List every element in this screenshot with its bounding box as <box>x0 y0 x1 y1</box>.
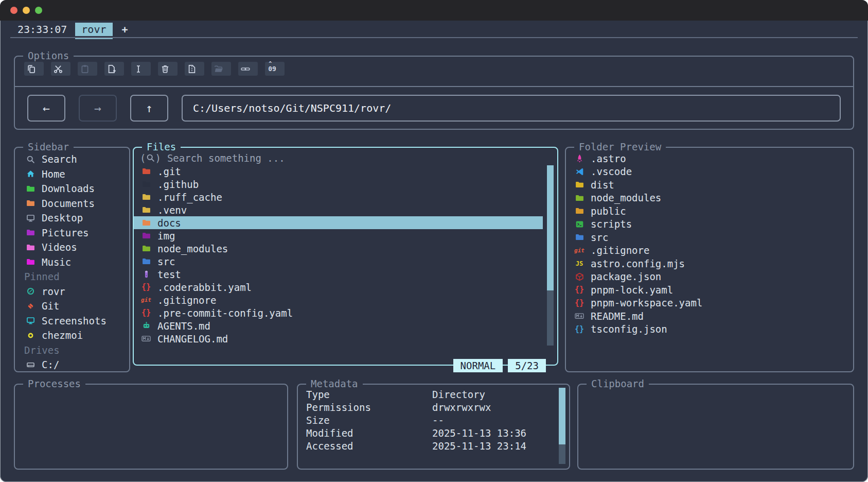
hard-drive-icon <box>24 360 37 369</box>
metadata-scrollbar[interactable] <box>559 388 565 464</box>
astro-rocket-icon <box>573 154 586 163</box>
files-scrollbar-track[interactable] <box>547 290 554 346</box>
file-row-node-modules[interactable]: node_modules <box>134 242 557 255</box>
sort-numeric-button[interactable]: ^09 <box>265 62 285 76</box>
minimize-window-button[interactable] <box>23 7 30 14</box>
sidebar-item-rovr[interactable]: rovr <box>15 284 129 299</box>
zip-file-icon <box>186 64 198 74</box>
file-row-src[interactable]: src <box>134 255 557 268</box>
file-row-changelog-md[interactable]: CHANGELOG.md <box>134 332 557 345</box>
file-row-docs[interactable]: docs <box>134 216 543 229</box>
close-window-button[interactable] <box>10 7 17 14</box>
file-row-img[interactable]: img <box>134 229 557 242</box>
preview-row-astro-config-mjs[interactable]: JSastro.config.mjs <box>566 257 853 270</box>
sidebar-item-chezmoi[interactable]: chezmoi <box>15 328 129 343</box>
new-tab-button[interactable]: + <box>122 23 128 36</box>
maximize-window-button[interactable] <box>35 7 42 14</box>
files-search-input[interactable]: ( ) Search something ... <box>134 151 557 165</box>
file-row-gitignore[interactable]: git.gitignore <box>134 294 557 306</box>
sidebar-item-desktop[interactable]: Desktop <box>15 211 129 226</box>
preview-row-vscode[interactable]: .vscode <box>566 165 853 179</box>
preview-file-name: tsconfig.json <box>591 323 667 335</box>
preview-row-pnpm-workspace-yaml[interactable]: {}pnpm-workspace.yaml <box>566 297 853 310</box>
open-folder-button[interactable] <box>211 62 231 76</box>
metadata-row-permissions: Permissionsdrwxrwxrwx <box>298 401 569 414</box>
file-row-ruff-cache[interactable]: .ruff_cache <box>134 191 557 203</box>
preview-row-package-json[interactable]: package.json <box>566 270 853 284</box>
files-scrollbar-thumb[interactable] <box>547 165 554 290</box>
ring-icon <box>24 331 37 340</box>
folder-icon <box>573 233 586 241</box>
folder-icon <box>140 167 152 175</box>
sidebar-panel-title: Sidebar <box>23 141 74 153</box>
archive-button[interactable] <box>185 62 204 76</box>
folder-preview-title: Folder Preview <box>574 141 666 153</box>
metadata-row-accessed: Accessed2025-11-13 23:14 <box>298 439 569 452</box>
metadata-label: Type <box>306 389 432 400</box>
sidebar-item-documents[interactable]: Documents <box>15 196 129 211</box>
preview-row-src[interactable]: src <box>566 231 853 244</box>
sidebar-item-label: Downloads <box>42 183 95 194</box>
sidebar-item-music[interactable]: Music <box>15 255 129 270</box>
preview-row-gitignore[interactable]: git.gitignore <box>566 244 853 257</box>
sidebar-item-videos[interactable]: Videos <box>15 240 129 255</box>
sidebar-item-label: C:/ <box>42 359 59 370</box>
preview-row-astro[interactable]: .astro <box>566 152 853 165</box>
scissors-icon <box>52 64 64 74</box>
file-row-venv[interactable]: .venv <box>134 203 557 216</box>
delete-button[interactable] <box>158 62 178 76</box>
back-button[interactable]: ← <box>27 95 65 122</box>
file-name: .github <box>157 179 199 190</box>
robot-icon <box>140 321 152 330</box>
sidebar-item-pictures[interactable]: Pictures <box>15 226 129 240</box>
sidebar-item-downloads[interactable]: Downloads <box>15 181 129 196</box>
paste-button[interactable] <box>78 62 97 76</box>
file-name: test <box>157 269 181 280</box>
files-scrollbar[interactable] <box>547 165 554 346</box>
status-badges: NORMAL 5/23 <box>453 359 546 372</box>
braces-icon: {} <box>140 283 152 291</box>
file-name: img <box>157 230 175 242</box>
preview-file-name: node_modules <box>591 192 661 203</box>
file-row-test[interactable]: test <box>134 268 557 281</box>
file-row-git[interactable]: .git <box>134 165 557 178</box>
cut-button[interactable] <box>51 62 70 76</box>
metadata-scrollbar-thumb[interactable] <box>559 388 565 444</box>
sidebar-item-screenshots[interactable]: Screenshots <box>15 314 129 329</box>
path-input[interactable]: C:/Users/notso/Git/NSPC911/rovr/ <box>182 95 841 122</box>
metadata-panel-title: Metadata <box>306 377 363 390</box>
sidebar-item-git[interactable]: Git <box>15 299 129 314</box>
preview-row-pnpm-lock-yaml[interactable]: {}pnpm-lock.yaml <box>566 283 853 297</box>
sidebar-item-search[interactable]: Search <box>15 152 129 167</box>
forward-button[interactable]: → <box>79 95 117 122</box>
up-button[interactable]: ↑ <box>130 95 168 122</box>
preview-row-readme-md[interactable]: README.md <box>566 309 853 323</box>
sidebar-item-home[interactable]: Home <box>15 167 129 182</box>
copy-button[interactable] <box>24 62 44 76</box>
file-row-pre-commit-config-yaml[interactable]: {}.pre-commit-config.yaml <box>134 306 557 319</box>
folder-icon <box>140 257 152 265</box>
preview-row-scripts[interactable]: scripts <box>566 218 853 231</box>
braces-icon: {} <box>573 299 586 307</box>
rename-button[interactable] <box>131 62 151 76</box>
file-row-agents-md[interactable]: AGENTS.md <box>134 319 557 332</box>
file-row-coderabbit-yaml[interactable]: {}.coderabbit.yaml <box>134 281 557 294</box>
link-button[interactable] <box>238 62 258 76</box>
preview-row-node-modules[interactable]: node_modules <box>566 192 853 205</box>
sidebar-item-c[interactable]: C:/ <box>15 357 129 372</box>
new-file-button[interactable] <box>104 62 124 76</box>
metadata-label: Permissions <box>306 402 432 413</box>
options-panel: Options ^09 ← → ↑ C:/Users/notso/Git/NSP… <box>14 56 854 130</box>
preview-file-name: .vscode <box>591 166 632 177</box>
preview-file-name: src <box>591 232 608 243</box>
preview-row-dist[interactable]: dist <box>566 178 853 192</box>
metadata-scrollbar-track[interactable] <box>559 444 565 464</box>
preview-row-public[interactable]: public <box>566 204 853 218</box>
processes-panel: Processes <box>14 384 288 470</box>
tab-rovr[interactable]: rovr <box>75 23 112 36</box>
preview-row-tsconfig-json[interactable]: {}tsconfig.json <box>566 323 853 336</box>
preview-file-name: public <box>591 205 626 217</box>
sidebar-panel: Sidebar SearchHomeDownloadsDocumentsDesk… <box>14 147 130 372</box>
copy-icon <box>25 64 38 74</box>
file-row-github[interactable]: .github <box>134 178 557 191</box>
